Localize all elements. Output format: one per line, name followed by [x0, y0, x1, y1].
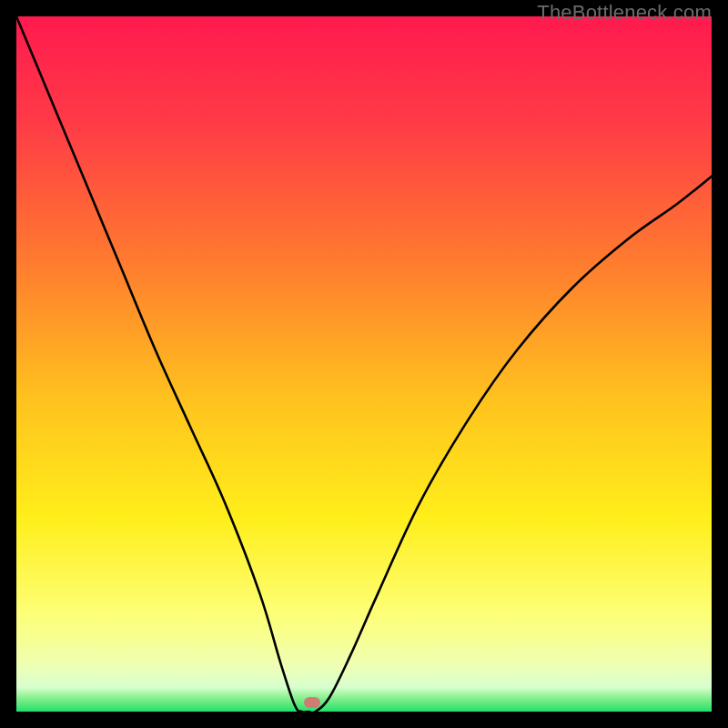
chart-frame [16, 16, 712, 712]
bottleneck-chart [16, 16, 712, 712]
gradient-background [16, 16, 712, 712]
